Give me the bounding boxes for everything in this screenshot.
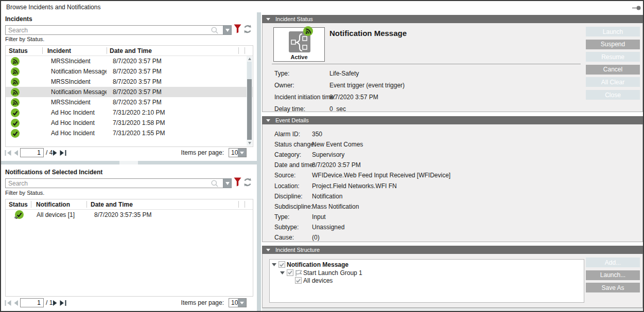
previous-page-icon[interactable]	[13, 150, 19, 156]
datetime-cell: 7/31/2020 2:10 PM	[107, 107, 253, 118]
field-value: New Event Comes	[312, 141, 363, 148]
table-row[interactable]: MRSSIncident8/7/2020 3:57 PM	[6, 56, 253, 66]
launch-button: Launch	[586, 27, 640, 36]
table-row[interactable]: MRSSIncident8/7/2020 3:57 PM	[6, 77, 253, 87]
search-dropdown-button[interactable]	[223, 178, 232, 188]
refresh-icon[interactable]	[243, 178, 252, 188]
tree-item[interactable]: All devices	[270, 277, 584, 285]
splitter-grip[interactable]	[119, 161, 138, 164]
next-page-icon[interactable]	[53, 300, 58, 306]
event-details-body: Alarm ID:350Status change:New Event Come…	[262, 124, 643, 242]
column-separator	[42, 47, 43, 54]
checkbox[interactable]	[295, 277, 302, 284]
column-header-incident[interactable]: Incident	[42, 46, 107, 56]
status-cell	[6, 87, 42, 97]
scroll-up-icon[interactable]	[247, 56, 252, 62]
all-clear-button: All Clear	[586, 77, 640, 87]
search-input[interactable]	[5, 25, 223, 35]
column-header-notification[interactable]: Notification	[31, 199, 86, 210]
field-label: Discipline:	[274, 193, 312, 200]
close-button: Close	[586, 90, 640, 100]
section-title: Incident Structure	[275, 247, 320, 253]
page-number-input[interactable]	[20, 298, 44, 307]
scrollbar-track[interactable]	[247, 62, 252, 79]
table-row[interactable]: Notification Message8/7/2020 3:57 PM	[6, 87, 253, 97]
table-row[interactable]: Ad Hoc Incident7/31/2020 2:10 PM	[6, 107, 253, 118]
first-page-icon[interactable]	[5, 150, 12, 156]
detail-field: Alarm ID:350	[274, 131, 322, 138]
field-value: Life-Safety	[329, 70, 359, 77]
event-details-section-header[interactable]: Event Details	[262, 116, 643, 124]
vertical-splitter[interactable]	[257, 12, 261, 312]
column-header-status[interactable]: Status	[6, 199, 31, 210]
chevron-down-icon	[225, 182, 230, 185]
items-per-page-select[interactable]: 10	[229, 148, 247, 157]
section-title: Incident Status	[275, 16, 313, 22]
pin-icon[interactable]	[632, 5, 641, 12]
table-row[interactable]: Notification Message8/7/2020 3:57 PM	[6, 66, 253, 77]
detail-field: Subdiscipline:Mass Notification	[274, 203, 359, 210]
collapse-icon[interactable]	[266, 119, 270, 122]
field-label: Type:	[274, 70, 329, 77]
state-label: Active	[274, 54, 324, 60]
horizontal-splitter[interactable]	[1, 161, 257, 164]
status-cell	[6, 77, 42, 87]
incident-structure-section-header[interactable]: Incident Structure	[262, 246, 643, 254]
items-per-page-select[interactable]: 10	[229, 298, 247, 307]
column-separator	[238, 47, 239, 54]
incident-status-section-header[interactable]: Incident Status	[262, 15, 643, 23]
incident-active-icon	[11, 98, 20, 107]
next-page-icon[interactable]	[53, 150, 58, 156]
field-value: Project.Field Networks.WFI FN	[312, 182, 397, 190]
search-dropdown-button[interactable]	[223, 25, 232, 35]
filter-icon[interactable]	[234, 177, 241, 188]
field-label: Subdiscipline:	[274, 203, 312, 210]
column-separator	[245, 47, 245, 54]
refresh-icon[interactable]	[243, 25, 252, 35]
detail-field: Location:Project.Field Networks.WFI FN	[274, 182, 397, 190]
field-label: Incident initiation time:	[274, 94, 329, 101]
field-label: Delay time:	[274, 105, 329, 113]
status-cell	[6, 97, 42, 107]
column-header-date-and-time[interactable]: Date and Time	[107, 46, 253, 56]
last-page-icon[interactable]	[59, 300, 66, 306]
filter-icon[interactable]	[234, 24, 241, 35]
detail-field: Delay time:0 sec	[274, 105, 346, 113]
column-header-status[interactable]: Status	[6, 46, 42, 56]
expander-icon[interactable]	[280, 271, 285, 274]
cancel-button[interactable]: Cancel	[586, 65, 640, 75]
column-header-date-and-time[interactable]: Date and Time	[86, 199, 253, 210]
table-row[interactable]: Ad Hoc Incident7/31/2020 1:58 PM	[6, 118, 253, 128]
last-page-icon[interactable]	[59, 150, 66, 156]
table-row[interactable]: Ad Hoc Incident7/31/2020 1:55 PM	[6, 128, 253, 138]
collapse-icon[interactable]	[266, 249, 270, 251]
first-page-icon[interactable]	[5, 300, 12, 306]
scrollbar-thumb[interactable]	[247, 79, 252, 140]
previous-page-icon[interactable]	[13, 300, 19, 306]
launch-button[interactable]: Launch...	[586, 270, 640, 280]
checkbox[interactable]	[279, 261, 285, 268]
name-cell: Ad Hoc Incident	[42, 118, 107, 128]
vertical-scrollbar[interactable]	[247, 56, 252, 146]
field-value: 8/7/2020 3:57 PM	[329, 94, 378, 101]
name-cell: Notification Message	[42, 87, 107, 97]
save-as-button[interactable]: Save As	[586, 283, 640, 292]
tree-item[interactable]: Start Launch Group 1	[270, 269, 584, 277]
search-input[interactable]	[5, 178, 223, 188]
suspend-button[interactable]: Suspend	[586, 40, 640, 49]
column-separator	[31, 201, 31, 208]
checkbox[interactable]	[287, 269, 293, 276]
field-label: Status change:	[274, 141, 312, 148]
search-icon	[211, 27, 218, 35]
items-per-page-dropdown-button[interactable]	[238, 149, 246, 157]
page-number-input[interactable]	[20, 148, 44, 157]
tree-item[interactable]: Notification Message	[270, 261, 584, 269]
table-row[interactable]: All devices [1]8/7/2020 3:57:35 PM	[6, 210, 253, 220]
collapse-icon[interactable]	[266, 18, 270, 21]
search-icon	[211, 180, 218, 189]
expander-icon[interactable]	[272, 263, 276, 266]
table-row[interactable]: MRSSIncident8/7/2020 3:57 PM	[6, 97, 253, 107]
scroll-down-icon[interactable]	[247, 140, 252, 146]
items-per-page-dropdown-button[interactable]	[238, 299, 246, 307]
items-per-page-label: Items per page:	[171, 299, 224, 306]
